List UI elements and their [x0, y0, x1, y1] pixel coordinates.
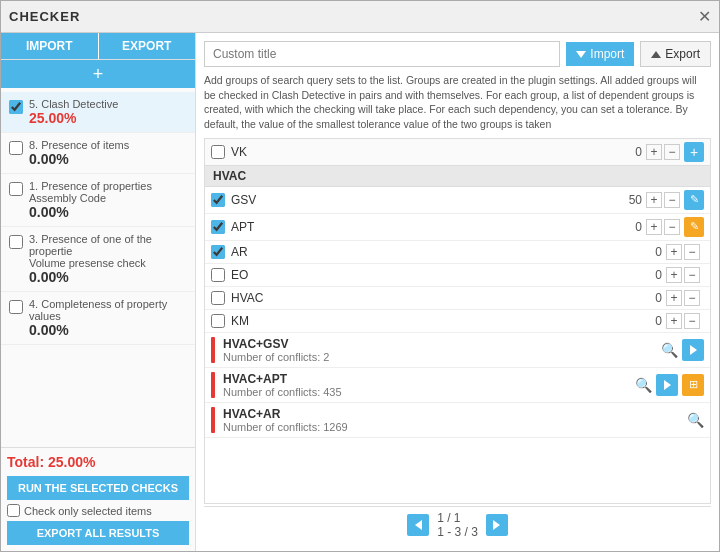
check-checkbox-completeness[interactable] — [9, 300, 23, 314]
eo-label: EO — [231, 268, 642, 282]
arrow-up-icon — [651, 51, 661, 58]
check-item-presence-props[interactable]: 1. Presence of propertiesAssembly Code 0… — [1, 174, 195, 227]
conflict-actions-hvac-ar: 🔍 — [687, 412, 704, 428]
vk-add-button[interactable]: + — [684, 142, 704, 162]
page-prev-button[interactable] — [407, 514, 429, 536]
apt-value: 0 — [622, 220, 642, 234]
km-plus-minus: + − — [666, 313, 700, 329]
conflict-info-hvac-gsv: HVAC+GSV Number of conflicts: 2 — [223, 337, 661, 363]
gsv-label: GSV — [231, 193, 622, 207]
km-row: KM 0 + − — [205, 310, 710, 333]
apt-checkbox[interactable] — [211, 220, 225, 234]
left-top-buttons: IMPORT EXPORT — [1, 33, 195, 60]
check-info-presence-one-prop: 3. Presence of one of the propertieVolum… — [29, 233, 187, 285]
conflict-row-hvac-gsv: HVAC+GSV Number of conflicts: 2 🔍 — [205, 333, 710, 368]
check-item-clash-detective[interactable]: 5. Clash Detective 25.00% — [1, 92, 195, 133]
check-only-label: Check only selected items — [24, 505, 152, 517]
conflict-count-hvac-gsv: Number of conflicts: 2 — [223, 351, 661, 363]
km-label: KM — [231, 314, 642, 328]
hvac-row: HVAC 0 + − — [205, 287, 710, 310]
check-value-presence-one-prop: 0.00% — [29, 269, 187, 285]
total-label: Total: 25.00% — [7, 454, 189, 470]
km-value: 0 — [642, 314, 662, 328]
grid-button-hvac-apt[interactable]: ⊞ — [682, 374, 704, 396]
conflict-bar-hvac-gsv — [211, 337, 215, 363]
check-item-completeness[interactable]: 4. Completeness of property values 0.00% — [1, 292, 195, 345]
right-top-bar: Import Export — [204, 41, 711, 67]
search-button-hvac-apt[interactable]: 🔍 — [635, 374, 652, 396]
apt-plus-button[interactable]: + — [646, 219, 662, 235]
hvac-checkbox[interactable] — [211, 291, 225, 305]
check-value-presence-props: 0.00% — [29, 204, 187, 220]
ar-plus-button[interactable]: + — [666, 244, 682, 260]
check-value-completeness: 0.00% — [29, 322, 187, 338]
search-button-hvac-ar[interactable]: 🔍 — [687, 412, 704, 428]
gsv-plus-button[interactable]: + — [646, 192, 662, 208]
vk-plus-button[interactable]: + — [646, 144, 662, 160]
arrow-button-hvac-gsv[interactable] — [682, 339, 704, 361]
check-checkbox-presence-items[interactable] — [9, 141, 23, 155]
check-checkbox-clash-detective[interactable] — [9, 100, 23, 114]
custom-title-input[interactable] — [204, 41, 560, 67]
export-all-button[interactable]: EXPORT ALL RESULTS — [7, 521, 189, 545]
check-item-presence-one-prop[interactable]: 3. Presence of one of the propertieVolum… — [1, 227, 195, 292]
hvac-value: 0 — [642, 291, 662, 305]
right-import-button[interactable]: Import — [566, 42, 634, 66]
km-minus-button[interactable]: − — [684, 313, 700, 329]
gsv-minus-button[interactable]: − — [664, 192, 680, 208]
arrow-right-icon — [690, 345, 697, 355]
prev-icon — [415, 520, 422, 530]
hvac-label: HVAC — [231, 291, 642, 305]
hvac-minus-button[interactable]: − — [684, 290, 700, 306]
check-checkbox-presence-props[interactable] — [9, 182, 23, 196]
search-button-hvac-gsv[interactable]: 🔍 — [661, 339, 678, 361]
page-next-button[interactable] — [486, 514, 508, 536]
hvac-section-header: HVAC — [205, 166, 710, 187]
km-checkbox[interactable] — [211, 314, 225, 328]
conflict-info-hvac-ar: HVAC+AR Number of conflicts: 1269 — [223, 407, 687, 433]
vk-checkbox[interactable] — [211, 145, 225, 159]
ar-minus-button[interactable]: − — [684, 244, 700, 260]
check-only-selected-checkbox[interactable] — [7, 504, 20, 517]
check-checkbox-presence-one-prop[interactable] — [9, 235, 23, 249]
conflict-actions-hvac-apt: 🔍 ⊞ — [635, 374, 704, 396]
eo-plus-button[interactable]: + — [666, 267, 682, 283]
check-info-clash-detective: 5. Clash Detective 25.00% — [29, 98, 187, 126]
conflict-row-hvac-ar: HVAC+AR Number of conflicts: 1269 🔍 — [205, 403, 710, 438]
arrow-down-icon — [576, 51, 586, 58]
vk-plus-minus: + − — [646, 144, 680, 160]
check-name-presence-props: 1. Presence of propertiesAssembly Code — [29, 180, 187, 204]
add-check-button[interactable]: + — [1, 60, 195, 88]
check-name-completeness: 4. Completeness of property values — [29, 298, 187, 322]
hvac-plus-button[interactable]: + — [666, 290, 682, 306]
arrow-button-hvac-apt[interactable] — [656, 374, 678, 396]
page-current: 1 / 11 - 3 / 3 — [437, 511, 478, 539]
eo-value: 0 — [642, 268, 662, 282]
gsv-plus-minus: + − — [646, 192, 680, 208]
left-panel: IMPORT EXPORT + 5. Clash Detective 25.00… — [1, 33, 196, 551]
close-button[interactable]: ✕ — [698, 7, 711, 26]
apt-minus-button[interactable]: − — [664, 219, 680, 235]
left-export-button[interactable]: EXPORT — [99, 33, 196, 59]
gsv-checkbox[interactable] — [211, 193, 225, 207]
apt-row: APT 0 + − ✎ — [205, 214, 710, 241]
gsv-edit-button[interactable]: ✎ — [684, 190, 704, 210]
left-import-button[interactable]: IMPORT — [1, 33, 99, 59]
conflict-title-hvac-apt: HVAC+APT — [223, 372, 635, 386]
right-export-button[interactable]: Export — [640, 41, 711, 67]
vk-minus-button[interactable]: − — [664, 144, 680, 160]
check-item-presence-items[interactable]: 8. Presence of items 0.00% — [1, 133, 195, 174]
eo-plus-minus: + − — [666, 267, 700, 283]
title-bar: CHECKER ✕ — [1, 1, 719, 33]
conflict-bar-hvac-apt — [211, 372, 215, 398]
eo-checkbox[interactable] — [211, 268, 225, 282]
eo-minus-button[interactable]: − — [684, 267, 700, 283]
ar-checkbox[interactable] — [211, 245, 225, 259]
check-only-row: Check only selected items — [7, 504, 189, 517]
conflict-title-hvac-ar: HVAC+AR — [223, 407, 687, 421]
run-checks-button[interactable]: RUN THE SELECTED CHECKS — [7, 476, 189, 500]
km-plus-button[interactable]: + — [666, 313, 682, 329]
gsv-value: 50 — [622, 193, 642, 207]
apt-edit-button[interactable]: ✎ — [684, 217, 704, 237]
check-info-presence-props: 1. Presence of propertiesAssembly Code 0… — [29, 180, 187, 220]
